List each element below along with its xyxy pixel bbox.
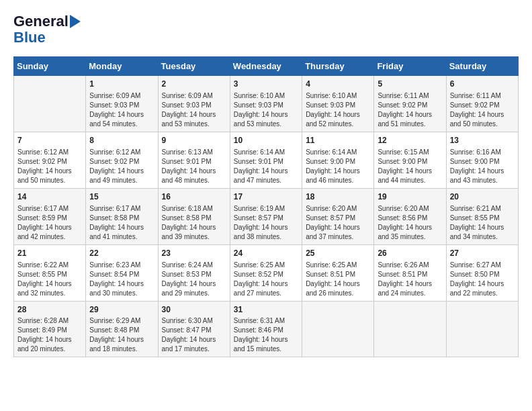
cell-content: Sunrise: 6:20 AM Sunset: 8:57 PM Dayligh… xyxy=(306,204,370,242)
day-number: 2 xyxy=(162,79,226,90)
cell-content: Sunrise: 6:29 AM Sunset: 8:48 PM Dayligh… xyxy=(89,316,154,354)
cell-content: Sunrise: 6:30 AM Sunset: 8:47 PM Dayligh… xyxy=(162,316,226,354)
calendar-cell: 22Sunrise: 6:23 AM Sunset: 8:54 PM Dayli… xyxy=(86,244,158,301)
cell-content: Sunrise: 6:11 AM Sunset: 9:02 PM Dayligh… xyxy=(378,91,442,129)
day-number: 28 xyxy=(17,304,82,316)
calendar-cell: 27Sunrise: 6:27 AM Sunset: 8:50 PM Dayli… xyxy=(446,244,518,301)
day-number: 15 xyxy=(89,191,154,203)
calendar-week-row: 7Sunrise: 6:12 AM Sunset: 9:02 PM Daylig… xyxy=(14,132,519,189)
cell-content: Sunrise: 6:10 AM Sunset: 9:03 PM Dayligh… xyxy=(306,91,370,129)
day-number: 18 xyxy=(306,191,370,203)
cell-content: Sunrise: 6:25 AM Sunset: 8:51 PM Dayligh… xyxy=(306,261,370,298)
day-number: 30 xyxy=(162,304,226,316)
cell-content: Sunrise: 6:14 AM Sunset: 9:01 PM Dayligh… xyxy=(234,148,298,185)
day-number: 4 xyxy=(306,79,370,90)
calendar-cell: 18Sunrise: 6:20 AM Sunset: 8:57 PM Dayli… xyxy=(302,188,374,244)
logo-arrow-icon xyxy=(70,15,81,28)
calendar-cell: 3Sunrise: 6:10 AM Sunset: 9:03 PM Daylig… xyxy=(230,76,302,132)
cell-content: Sunrise: 6:22 AM Sunset: 8:55 PM Dayligh… xyxy=(17,261,82,298)
calendar-cell: 15Sunrise: 6:17 AM Sunset: 8:58 PM Dayli… xyxy=(86,188,158,244)
calendar-cell: 21Sunrise: 6:22 AM Sunset: 8:55 PM Dayli… xyxy=(14,244,86,301)
day-number: 9 xyxy=(162,135,226,146)
calendar-cell xyxy=(374,301,446,357)
cell-content: Sunrise: 6:19 AM Sunset: 8:57 PM Dayligh… xyxy=(234,204,298,242)
calendar-body: 1Sunrise: 6:09 AM Sunset: 9:03 PM Daylig… xyxy=(14,76,519,357)
day-number: 19 xyxy=(378,191,442,203)
calendar-cell: 9Sunrise: 6:13 AM Sunset: 9:01 PM Daylig… xyxy=(158,132,230,189)
day-number: 25 xyxy=(306,248,370,259)
calendar-cell: 5Sunrise: 6:11 AM Sunset: 9:02 PM Daylig… xyxy=(374,76,446,132)
cell-content: Sunrise: 6:09 AM Sunset: 9:03 PM Dayligh… xyxy=(162,91,226,129)
calendar-week-row: 14Sunrise: 6:17 AM Sunset: 8:59 PM Dayli… xyxy=(14,188,519,244)
cell-content: Sunrise: 6:21 AM Sunset: 8:55 PM Dayligh… xyxy=(450,204,515,242)
calendar-header-row: SundayMondayTuesdayWednesdayThursdayFrid… xyxy=(14,57,519,76)
calendar-cell: 11Sunrise: 6:14 AM Sunset: 9:00 PM Dayli… xyxy=(302,132,374,189)
cell-content: Sunrise: 6:24 AM Sunset: 8:53 PM Dayligh… xyxy=(162,261,226,298)
day-number: 26 xyxy=(378,248,442,259)
day-number: 11 xyxy=(306,135,370,146)
day-number: 12 xyxy=(378,135,442,146)
calendar-cell: 14Sunrise: 6:17 AM Sunset: 8:59 PM Dayli… xyxy=(14,188,86,244)
calendar-cell: 10Sunrise: 6:14 AM Sunset: 9:01 PM Dayli… xyxy=(230,132,302,189)
calendar-cell: 8Sunrise: 6:12 AM Sunset: 9:02 PM Daylig… xyxy=(86,132,158,189)
weekday-header-wednesday: Wednesday xyxy=(230,57,302,76)
day-number: 16 xyxy=(162,191,226,203)
calendar-cell: 6Sunrise: 6:11 AM Sunset: 9:02 PM Daylig… xyxy=(446,76,518,132)
logo: General Blue xyxy=(13,13,81,46)
calendar-cell xyxy=(446,301,518,357)
cell-content: Sunrise: 6:26 AM Sunset: 8:51 PM Dayligh… xyxy=(378,261,442,298)
cell-content: Sunrise: 6:17 AM Sunset: 8:59 PM Dayligh… xyxy=(17,204,82,242)
day-number: 21 xyxy=(17,248,82,259)
weekday-header-saturday: Saturday xyxy=(446,57,518,76)
weekday-header-friday: Friday xyxy=(374,57,446,76)
calendar-cell: 23Sunrise: 6:24 AM Sunset: 8:53 PM Dayli… xyxy=(158,244,230,301)
cell-content: Sunrise: 6:09 AM Sunset: 9:03 PM Dayligh… xyxy=(89,91,154,129)
calendar-cell: 31Sunrise: 6:31 AM Sunset: 8:46 PM Dayli… xyxy=(230,301,302,357)
calendar-week-row: 28Sunrise: 6:28 AM Sunset: 8:49 PM Dayli… xyxy=(14,301,519,357)
day-number: 5 xyxy=(378,79,442,90)
calendar-table: SundayMondayTuesdayWednesdayThursdayFrid… xyxy=(13,56,519,357)
cell-content: Sunrise: 6:16 AM Sunset: 9:00 PM Dayligh… xyxy=(450,148,515,185)
cell-content: Sunrise: 6:10 AM Sunset: 9:03 PM Dayligh… xyxy=(234,91,298,129)
day-number: 31 xyxy=(234,304,298,316)
day-number: 13 xyxy=(450,135,515,146)
page-header: General Blue xyxy=(13,13,519,46)
day-number: 17 xyxy=(234,191,298,203)
day-number: 22 xyxy=(89,248,154,259)
calendar-cell: 24Sunrise: 6:25 AM Sunset: 8:52 PM Dayli… xyxy=(230,244,302,301)
day-number: 24 xyxy=(234,248,298,259)
day-number: 6 xyxy=(450,79,515,90)
day-number: 23 xyxy=(162,248,226,259)
calendar-cell: 25Sunrise: 6:25 AM Sunset: 8:51 PM Dayli… xyxy=(302,244,374,301)
calendar-cell: 16Sunrise: 6:18 AM Sunset: 8:58 PM Dayli… xyxy=(158,188,230,244)
cell-content: Sunrise: 6:12 AM Sunset: 9:02 PM Dayligh… xyxy=(89,148,154,185)
weekday-header-thursday: Thursday xyxy=(302,57,374,76)
cell-content: Sunrise: 6:23 AM Sunset: 8:54 PM Dayligh… xyxy=(89,261,154,298)
calendar-cell: 19Sunrise: 6:20 AM Sunset: 8:56 PM Dayli… xyxy=(374,188,446,244)
weekday-header-sunday: Sunday xyxy=(14,57,86,76)
calendar-cell: 30Sunrise: 6:30 AM Sunset: 8:47 PM Dayli… xyxy=(158,301,230,357)
day-number: 10 xyxy=(234,135,298,146)
day-number: 7 xyxy=(17,135,82,146)
cell-content: Sunrise: 6:25 AM Sunset: 8:52 PM Dayligh… xyxy=(234,261,298,298)
cell-content: Sunrise: 6:12 AM Sunset: 9:02 PM Dayligh… xyxy=(17,148,82,185)
cell-content: Sunrise: 6:13 AM Sunset: 9:01 PM Dayligh… xyxy=(162,148,226,185)
calendar-cell: 7Sunrise: 6:12 AM Sunset: 9:02 PM Daylig… xyxy=(14,132,86,189)
calendar-cell: 26Sunrise: 6:26 AM Sunset: 8:51 PM Dayli… xyxy=(374,244,446,301)
logo-text-blue: Blue xyxy=(13,29,46,46)
cell-content: Sunrise: 6:31 AM Sunset: 8:46 PM Dayligh… xyxy=(234,316,298,354)
calendar-cell: 13Sunrise: 6:16 AM Sunset: 9:00 PM Dayli… xyxy=(446,132,518,189)
calendar-cell: 2Sunrise: 6:09 AM Sunset: 9:03 PM Daylig… xyxy=(158,76,230,132)
calendar-cell: 17Sunrise: 6:19 AM Sunset: 8:57 PM Dayli… xyxy=(230,188,302,244)
cell-content: Sunrise: 6:17 AM Sunset: 8:58 PM Dayligh… xyxy=(89,204,154,242)
logo-text-general: General xyxy=(13,13,69,30)
weekday-header-tuesday: Tuesday xyxy=(158,57,230,76)
cell-content: Sunrise: 6:20 AM Sunset: 8:56 PM Dayligh… xyxy=(378,204,442,242)
cell-content: Sunrise: 6:27 AM Sunset: 8:50 PM Dayligh… xyxy=(450,261,515,298)
calendar-cell: 4Sunrise: 6:10 AM Sunset: 9:03 PM Daylig… xyxy=(302,76,374,132)
calendar-cell: 12Sunrise: 6:15 AM Sunset: 9:00 PM Dayli… xyxy=(374,132,446,189)
cell-content: Sunrise: 6:28 AM Sunset: 8:49 PM Dayligh… xyxy=(17,316,82,354)
calendar-cell: 20Sunrise: 6:21 AM Sunset: 8:55 PM Dayli… xyxy=(446,188,518,244)
calendar-cell: 1Sunrise: 6:09 AM Sunset: 9:03 PM Daylig… xyxy=(86,76,158,132)
calendar-week-row: 1Sunrise: 6:09 AM Sunset: 9:03 PM Daylig… xyxy=(14,76,519,132)
